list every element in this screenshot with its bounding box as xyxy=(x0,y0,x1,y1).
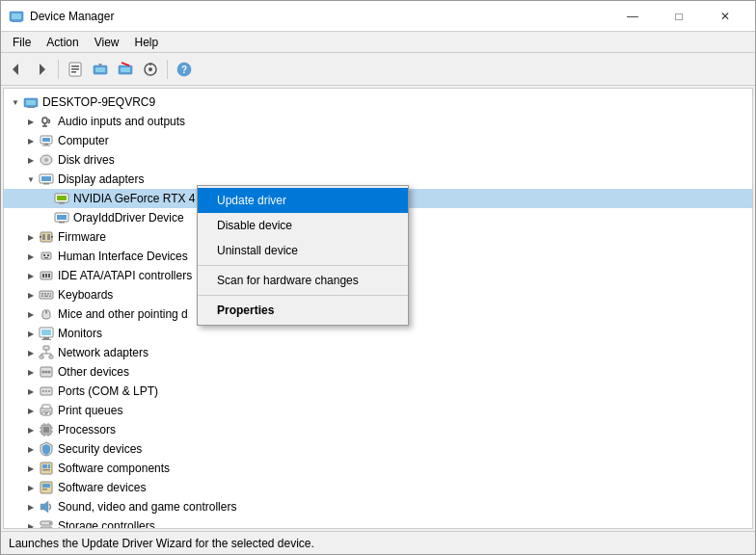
window-title: Device Manager xyxy=(30,10,610,23)
context-menu-update-driver[interactable]: Update driver xyxy=(198,188,408,213)
svg-marker-107 xyxy=(44,501,48,513)
expander-audio[interactable]: ▶ xyxy=(23,114,39,129)
expander-software-devices[interactable]: ▶ xyxy=(23,480,39,495)
menu-help[interactable]: Help xyxy=(127,34,167,51)
tree-item-nvidia-label: NVIDIA GeForce RTX 4 xyxy=(73,192,196,205)
svg-rect-49 xyxy=(47,254,49,256)
expander-firmware[interactable]: ▶ xyxy=(23,229,39,245)
expander-disk[interactable]: ▶ xyxy=(23,152,39,168)
close-button[interactable]: ✕ xyxy=(703,2,747,31)
scan-button[interactable] xyxy=(139,58,162,81)
help-button[interactable]: ? xyxy=(173,58,196,81)
separator-1 xyxy=(58,60,59,79)
tree-item-oray-label: OrayIddDriver Device xyxy=(73,211,184,225)
uninstall-button[interactable] xyxy=(114,58,137,81)
tree-item-disk[interactable]: ▶ Disk drives xyxy=(4,150,752,170)
menu-file[interactable]: File xyxy=(5,34,39,51)
tree-item-processors[interactable]: ▶ Processors xyxy=(4,420,752,439)
expander-ports[interactable]: ▶ xyxy=(23,383,39,399)
expander-sound[interactable]: ▶ xyxy=(23,499,39,515)
properties-button[interactable] xyxy=(64,58,87,81)
context-menu-disable-device[interactable]: Disable device xyxy=(198,213,408,238)
expander-software-components[interactable]: ▶ xyxy=(23,461,39,476)
menu-view[interactable]: View xyxy=(87,34,127,51)
menu-action[interactable]: Action xyxy=(39,34,86,51)
tree-item-ports[interactable]: ▶ Ports (COM & LPT) xyxy=(4,382,752,401)
expander-display[interactable]: ▼ xyxy=(23,172,39,187)
icon-computer xyxy=(39,133,54,148)
context-menu-uninstall-device[interactable]: Uninstall device xyxy=(198,238,408,263)
expander-keyboards[interactable]: ▶ xyxy=(23,287,39,303)
icon-network xyxy=(39,345,54,360)
context-menu-properties[interactable]: Properties xyxy=(198,298,408,323)
menu-bar: File Action View Help xyxy=(1,32,755,53)
tree-item-print[interactable]: ▶ Print queues xyxy=(4,401,752,420)
svg-rect-62 xyxy=(49,296,51,298)
tree-item-storage[interactable]: ▶ Storage controllers xyxy=(4,516,752,528)
icon-disk xyxy=(39,152,54,168)
svg-point-77 xyxy=(42,371,45,374)
svg-rect-68 xyxy=(41,339,51,340)
icon-processors xyxy=(39,422,54,437)
update-driver-toolbar-button[interactable] xyxy=(89,58,112,81)
expander-processors[interactable]: ▶ xyxy=(23,422,39,437)
tree-item-computer-label: Computer xyxy=(58,134,109,147)
expander-storage[interactable]: ▶ xyxy=(23,518,39,528)
svg-line-15 xyxy=(122,63,129,66)
svg-point-64 xyxy=(45,311,47,313)
svg-rect-28 xyxy=(42,138,50,142)
svg-rect-24 xyxy=(42,118,47,123)
maximize-button[interactable]: □ xyxy=(657,2,701,31)
expander-security[interactable]: ▶ xyxy=(23,441,39,457)
forward-button[interactable] xyxy=(30,58,53,81)
tree-item-software-devices-label: Software devices xyxy=(58,481,146,494)
expander-monitors[interactable]: ▶ xyxy=(23,326,39,341)
minimize-button[interactable]: — xyxy=(610,2,655,31)
tree-item-root[interactable]: ▼ DESKTOP-9EQVRC9 xyxy=(4,92,752,112)
context-menu: Update driver Disable device Uninstall d… xyxy=(197,185,409,326)
icon-keyboards xyxy=(39,287,54,303)
expander-root[interactable]: ▼ xyxy=(8,94,23,110)
svg-rect-67 xyxy=(43,337,49,339)
svg-rect-9 xyxy=(71,71,76,73)
context-menu-scan-hardware[interactable]: Scan for hardware changes xyxy=(198,268,408,293)
expander-other[interactable]: ▶ xyxy=(23,364,39,380)
tree-item-sound[interactable]: ▶ Sound, video and game controllers xyxy=(4,497,752,516)
tree-item-computer[interactable]: ▶ Computer xyxy=(4,131,752,150)
back-button[interactable] xyxy=(5,58,28,81)
expander-ide[interactable]: ▶ xyxy=(23,268,39,283)
icon-nvidia xyxy=(54,191,69,206)
svg-rect-37 xyxy=(57,196,67,200)
svg-rect-54 xyxy=(48,274,50,278)
expander-mice[interactable]: ▶ xyxy=(23,306,39,322)
svg-rect-87 xyxy=(44,412,48,413)
tree-item-network[interactable]: ▶ Network adapters xyxy=(4,343,752,362)
svg-rect-69 xyxy=(43,346,49,350)
svg-rect-1 xyxy=(12,13,21,19)
svg-rect-105 xyxy=(42,489,47,490)
tree-item-display-label: Display adapters xyxy=(58,172,144,186)
svg-point-109 xyxy=(49,522,51,524)
tree-item-security[interactable]: ▶ Security devices xyxy=(4,439,752,459)
expander-computer[interactable]: ▶ xyxy=(23,133,39,148)
expander-print[interactable]: ▶ xyxy=(23,403,39,418)
tree-item-other[interactable]: ▶ Other devices xyxy=(4,362,752,382)
svg-rect-44 xyxy=(47,234,50,240)
icon-display xyxy=(39,172,54,187)
tree-item-audio[interactable]: ▶ Audio inputs and outputs xyxy=(4,112,752,131)
expander-network[interactable]: ▶ xyxy=(23,345,39,360)
svg-rect-52 xyxy=(42,274,44,278)
tree-item-monitors[interactable]: ▶ Monitors xyxy=(4,324,752,343)
tree-item-software-devices[interactable]: ▶ Software devices xyxy=(4,478,752,497)
icon-audio xyxy=(39,114,54,129)
tree-item-security-label: Security devices xyxy=(58,442,142,456)
tree-item-software-components[interactable]: ▶ Software components xyxy=(4,459,752,478)
tree-item-storage-label: Storage controllers xyxy=(58,519,155,528)
svg-rect-34 xyxy=(41,176,51,181)
tree-item-disk-label: Disk drives xyxy=(58,153,115,167)
svg-rect-102 xyxy=(42,469,50,471)
icon-storage xyxy=(39,518,54,528)
svg-marker-5 xyxy=(40,64,45,75)
svg-rect-88 xyxy=(44,414,47,415)
expander-hid[interactable]: ▶ xyxy=(23,249,39,264)
